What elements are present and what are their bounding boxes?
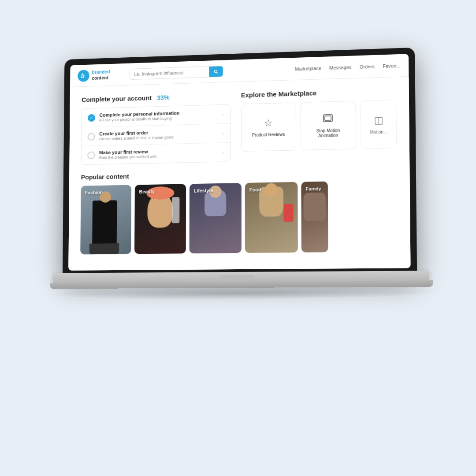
card-label-family: Family: [305, 186, 321, 192]
nav-orders[interactable]: Orders: [360, 63, 375, 69]
item-text-1: Complete your personal information Fill …: [100, 109, 219, 123]
svg-rect-2: [325, 116, 331, 120]
logo[interactable]: b branded content: [78, 68, 124, 82]
nav-links: Marketplace Messages Orders Favori...: [295, 63, 401, 71]
logo-text: branded content: [92, 69, 110, 81]
popular-content-section: Popular content: [80, 167, 398, 261]
check-circle-3: [87, 151, 95, 159]
card-label-fashion: Fashion: [85, 190, 103, 195]
market-card-label-1: Stop Motion Animation: [306, 128, 350, 138]
explore-marketplace-title: Explore the Marketplace: [241, 87, 396, 99]
market-card-product-reviews[interactable]: ☆ Product Reviews: [241, 102, 296, 152]
chevron-icon-2: ›: [223, 130, 224, 136]
popular-content-title: Popular content: [81, 167, 397, 181]
content-card-food[interactable]: Food: [245, 182, 298, 253]
content-cards: Fashion B: [80, 180, 398, 255]
top-section: Complete your account 33% ✓ Complete you…: [81, 87, 397, 165]
nav-favorites[interactable]: Favori...: [383, 63, 401, 68]
chevron-icon-3: ›: [223, 149, 224, 155]
browser-window: b branded content: [68, 54, 410, 271]
market-card-label-0: Product Reviews: [252, 132, 285, 138]
card-label-beauty: Beauty: [139, 189, 154, 194]
item-text-3: Make your first review Rate the creators…: [99, 147, 218, 160]
search-bar[interactable]: [130, 66, 223, 80]
scene: b branded content: [0, 0, 476, 476]
content-card-family[interactable]: Family: [301, 182, 328, 253]
logo-icon: b: [78, 70, 89, 82]
card-label-lifestyle: Lifestyle: [194, 188, 213, 193]
laptop-shadow: [46, 285, 440, 301]
complete-account-section: Complete your account 33% ✓ Complete you…: [81, 92, 231, 165]
nav-messages[interactable]: Messages: [329, 64, 352, 71]
complete-account-title: Complete your account 33%: [82, 92, 231, 103]
market-card-stop-motion[interactable]: Stop Motion Animation: [300, 101, 356, 151]
item-text-2: Create your first order Create orders ar…: [99, 128, 218, 141]
trackpad[interactable]: [219, 275, 254, 279]
marketplace-cards: ☆ Product Reviews: [241, 100, 397, 152]
checklist-item-3[interactable]: Make your first review Rate the creators…: [82, 143, 230, 164]
nav-marketplace[interactable]: Marketplace: [295, 65, 321, 71]
chevron-icon-1: ›: [223, 112, 224, 117]
motion-icon: ◫: [374, 114, 383, 126]
explore-marketplace-section: Explore the Marketplace ☆ Product Review…: [241, 87, 397, 162]
content-card-lifestyle[interactable]: Lifestyle: [190, 183, 242, 253]
market-card-motion[interactable]: ◫ Motion...: [361, 100, 397, 149]
svg-text:b: b: [81, 72, 85, 79]
content-card-beauty[interactable]: Beauty: [134, 184, 186, 254]
star-icon: ☆: [264, 117, 273, 129]
search-input[interactable]: [130, 67, 209, 79]
content-card-fashion[interactable]: Fashion: [80, 185, 131, 255]
main-content: Complete your account 33% ✓ Complete you…: [68, 77, 410, 271]
search-button[interactable]: [209, 66, 223, 77]
check-circle-2: [88, 133, 95, 141]
check-circle-1: ✓: [88, 114, 95, 122]
checklist-card: ✓ Complete your personal information Fil…: [81, 104, 231, 165]
stop-motion-icon: [323, 113, 333, 125]
logo-line2: content: [92, 75, 110, 81]
logo-line1: branded: [92, 69, 110, 75]
progress-percent: 33%: [157, 93, 170, 101]
screen-bezel: b branded content: [68, 54, 410, 271]
laptop-screen: b branded content: [63, 48, 417, 277]
card-label-food: Food: [249, 187, 261, 192]
market-card-label-2: Motion...: [370, 129, 387, 134]
